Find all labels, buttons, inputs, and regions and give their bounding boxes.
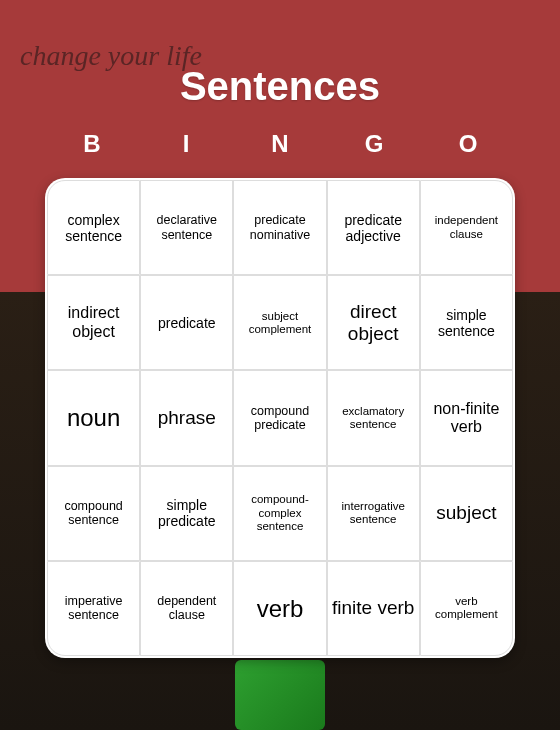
bingo-cell[interactable]: phrase <box>140 370 233 465</box>
header-letter-b: B <box>45 130 139 158</box>
page-title: Sentences <box>0 64 560 109</box>
header-letter-n: N <box>233 130 327 158</box>
header-letter-o: O <box>421 130 515 158</box>
bingo-cell[interactable]: subject <box>420 466 513 561</box>
header-letter-g: G <box>327 130 421 158</box>
bingo-cell[interactable]: compound-complex sentence <box>233 466 326 561</box>
bingo-cell[interactable]: interrogative sentence <box>327 466 420 561</box>
bingo-cell[interactable]: simple sentence <box>420 275 513 370</box>
bingo-cell[interactable]: predicate adjective <box>327 180 420 275</box>
bingo-cell[interactable]: non-finite verb <box>420 370 513 465</box>
bingo-cell[interactable]: verb complement <box>420 561 513 656</box>
bingo-cell[interactable]: direct object <box>327 275 420 370</box>
bingo-cell[interactable]: compound predicate <box>233 370 326 465</box>
bingo-cell[interactable]: indirect object <box>47 275 140 370</box>
bingo-cell[interactable]: declarative sentence <box>140 180 233 275</box>
bingo-cell[interactable]: complex sentence <box>47 180 140 275</box>
bingo-cell[interactable]: finite verb <box>327 561 420 656</box>
background-object <box>235 660 325 730</box>
header-letter-i: I <box>139 130 233 158</box>
bingo-cell[interactable]: noun <box>47 370 140 465</box>
bingo-cell[interactable]: predicate <box>140 275 233 370</box>
bingo-cell[interactable]: imperative sentence <box>47 561 140 656</box>
bingo-card: complex sentencedeclarative sentencepred… <box>45 178 515 658</box>
bingo-cell[interactable]: subject complement <box>233 275 326 370</box>
bingo-cell[interactable]: verb <box>233 561 326 656</box>
bingo-cell[interactable]: exclamatory sentence <box>327 370 420 465</box>
bingo-header-row: B I N G O <box>45 130 515 158</box>
bingo-cell[interactable]: simple predicate <box>140 466 233 561</box>
bingo-cell[interactable]: compound sentence <box>47 466 140 561</box>
bingo-cell[interactable]: independent clause <box>420 180 513 275</box>
bingo-cell[interactable]: predicate nominative <box>233 180 326 275</box>
bingo-cell[interactable]: dependent clause <box>140 561 233 656</box>
